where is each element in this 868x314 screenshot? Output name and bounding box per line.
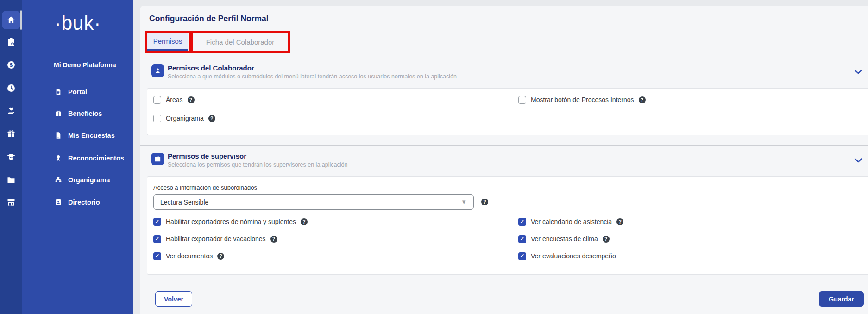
- select-label: Acceso a información de subordinados: [153, 184, 257, 191]
- areas-checkbox[interactable]: [153, 96, 161, 104]
- hand-heart-icon[interactable]: [6, 106, 16, 115]
- sidebar-item-organigrama[interactable]: Organigrama: [55, 175, 110, 185]
- sidebar-item-label: Reconocimientos: [68, 154, 124, 162]
- page-title: Configuración de Perfil Normal: [149, 14, 269, 24]
- sidebar-item-portal[interactable]: Portal: [55, 87, 87, 96]
- encuestas-clima-checkbox[interactable]: [518, 235, 526, 243]
- volver-button[interactable]: Volver: [155, 291, 192, 307]
- sidebar-item-label: Directorio: [68, 199, 100, 206]
- app-root: ·buk· Mi Demo Plataforma Portal Benefici…: [0, 0, 868, 314]
- graduation-cap-icon[interactable]: [6, 152, 16, 161]
- ver-documentos-checkbox[interactable]: [153, 252, 161, 260]
- organigrama-checkbox[interactable]: [153, 115, 161, 122]
- folder-icon[interactable]: [6, 175, 16, 185]
- checkbox-row-ver-documentos: Ver documentos: [153, 252, 224, 260]
- section-divider: [140, 145, 868, 146]
- help-icon[interactable]: [603, 236, 610, 243]
- document-icon: [55, 132, 62, 139]
- help-icon[interactable]: [217, 253, 224, 260]
- permisos-colaborador-card: Áreas Organigrama Mostrar botón de Proce…: [147, 88, 868, 135]
- checkbox-label: Habilitar exportador de vacaciones: [166, 235, 266, 243]
- checkbox-label: Ver encuestas de clima: [531, 235, 598, 243]
- sidebar-item-label: Beneficios: [68, 110, 102, 117]
- exportador-vacaciones-checkbox[interactable]: [153, 235, 161, 243]
- contact-card-icon: [55, 199, 62, 206]
- help-icon[interactable]: [639, 96, 646, 103]
- buk-logo: ·buk·: [22, 12, 133, 34]
- home-icon[interactable]: [6, 15, 16, 25]
- help-icon[interactable]: [481, 199, 488, 205]
- checkbox-row-encuestas-clima: Ver encuestas de clima: [518, 235, 610, 243]
- sidebar-item-beneficios[interactable]: Beneficios: [55, 109, 102, 118]
- tab-label: Ficha del Colaborador: [206, 38, 275, 46]
- help-icon[interactable]: [188, 96, 195, 103]
- evaluaciones-desempeno-checkbox[interactable]: [518, 252, 526, 260]
- tab-permisos[interactable]: Permisos: [147, 33, 188, 51]
- checkbox-row-calendario-asistencia: Ver calendario de asistencia: [518, 218, 623, 226]
- section-subtitle: Selecciona a que módulos o submódulos de…: [168, 73, 457, 80]
- sidebar-icon-rail: [0, 0, 22, 314]
- permisos-supervisor-card: Acceso a información de subordinados Lec…: [147, 176, 868, 275]
- sidebar-item-label: Organigrama: [68, 176, 110, 184]
- checkbox-row-exportador-vacaciones: Habilitar exportador de vacaciones: [153, 235, 277, 243]
- workspace-title: Mi Demo Plataforma: [54, 61, 116, 69]
- guardar-button[interactable]: Guardar: [819, 291, 864, 307]
- medal-icon: [55, 154, 62, 162]
- tab-ficha-del-colaborador[interactable]: Ficha del Colaborador: [193, 33, 287, 51]
- gift-box-icon[interactable]: [6, 129, 16, 139]
- sidebar-item-directorio[interactable]: Directorio: [55, 198, 100, 207]
- section-title-permisos-supervisor: Permisos de supervisor: [168, 152, 246, 160]
- checkbox-label: Ver evaluaciones desempeño: [531, 252, 616, 260]
- checkbox-label: Habilitar exportadores de nómina y suple…: [166, 218, 296, 225]
- rail-scrollbar[interactable]: [20, 10, 22, 30]
- checkbox-row-organigrama: Organigrama: [153, 114, 215, 122]
- checkbox-row-evaluaciones-desempeno: Ver evaluaciones desempeño: [518, 252, 616, 260]
- checkbox-label: Ver documentos: [166, 252, 213, 260]
- calendario-asistencia-checkbox[interactable]: [518, 218, 526, 226]
- chevron-down-icon[interactable]: [854, 68, 862, 74]
- sidebar-item-label: Portal: [68, 88, 87, 96]
- checkbox-row-mostrar-boton: Mostrar botón de Procesos Internos: [518, 96, 646, 104]
- main-panel: Configuración de Perfil Normal Permisos …: [140, 6, 868, 314]
- section-title-permisos-colaborador: Permisos del Colaborador: [168, 64, 254, 72]
- sidebar-item-reconocimientos[interactable]: Reconocimientos: [55, 154, 124, 163]
- sidebar-item-label: Mis Encuestas: [68, 132, 115, 139]
- document-icon: [55, 88, 62, 96]
- sidebar-item-mis-encuestas[interactable]: Mis Encuestas: [55, 131, 115, 140]
- checkbox-row-areas: Áreas: [153, 96, 195, 104]
- checkbox-row-exportadores-nomina: Habilitar exportadores de nómina y suple…: [153, 218, 308, 226]
- help-icon[interactable]: [301, 218, 308, 225]
- gift-icon: [55, 110, 62, 117]
- dollar-circle-icon[interactable]: [6, 60, 16, 70]
- briefcase-icon: [151, 153, 164, 165]
- dropdown-caret-icon: ▼: [461, 199, 467, 205]
- sidebar: ·buk· Mi Demo Plataforma Portal Benefici…: [22, 0, 133, 314]
- mostrar-boton-checkbox[interactable]: [518, 96, 526, 104]
- storefront-icon[interactable]: [6, 198, 16, 207]
- checkbox-label: Organigrama: [166, 115, 204, 122]
- select-value: Lectura Sensible: [160, 199, 461, 206]
- section-subtitle: Selecciona los permisos que tendrán los …: [168, 161, 347, 168]
- help-icon[interactable]: [616, 218, 623, 225]
- help-icon[interactable]: [208, 115, 215, 122]
- acceso-subordinados-select[interactable]: Lectura Sensible ▼: [153, 194, 474, 210]
- clock-icon[interactable]: [6, 83, 16, 93]
- exportadores-nomina-checkbox[interactable]: [153, 218, 161, 226]
- checkbox-label: Áreas: [166, 96, 183, 103]
- checkbox-label: Ver calendario de asistencia: [531, 218, 612, 225]
- org-chart-icon: [55, 176, 62, 184]
- help-icon[interactable]: [270, 236, 277, 243]
- person-badge-icon: [151, 64, 164, 77]
- clipboard-clock-icon[interactable]: [6, 38, 16, 47]
- tab-label: Permisos: [153, 37, 182, 45]
- chevron-down-icon[interactable]: [854, 157, 862, 162]
- checkbox-label: Mostrar botón de Procesos Internos: [531, 96, 634, 103]
